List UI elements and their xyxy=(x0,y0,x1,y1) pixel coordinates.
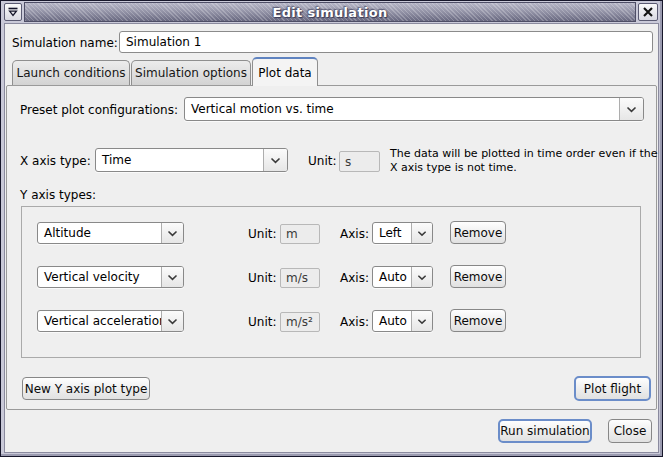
x-axis-unit-field: s xyxy=(339,151,380,172)
y-type-combobox[interactable]: Vertical acceleration xyxy=(37,310,184,332)
remove-button-label: Remove xyxy=(454,314,503,328)
window-menu-icon xyxy=(7,6,19,18)
combo-value: Vertical velocity xyxy=(38,267,161,287)
y-axis-types-label: Y axis types: xyxy=(20,188,96,202)
tab-label: Plot data xyxy=(258,66,311,80)
close-dialog-button-label: Close xyxy=(614,424,647,438)
tab-simulation-options[interactable]: Simulation options xyxy=(131,60,251,85)
close-dialog-button[interactable]: Close xyxy=(608,419,652,443)
chevron-down-icon xyxy=(619,98,643,120)
axis-side-label: Axis: xyxy=(340,227,369,241)
edit-simulation-dialog: Edit simulation Simulation name: Launch … xyxy=(0,0,663,457)
combo-value: Vertical motion vs. time xyxy=(185,98,619,120)
chevron-down-icon xyxy=(411,311,432,331)
y-unit-field: m xyxy=(280,224,320,244)
y-unit-label: Unit: xyxy=(248,315,276,329)
titlebar: Edit simulation xyxy=(24,2,636,22)
remove-button-label: Remove xyxy=(454,270,503,284)
plot-flight-button[interactable]: Plot flight xyxy=(574,376,651,401)
plot-flight-button-label: Plot flight xyxy=(584,382,641,396)
new-y-axis-button-label: New Y axis plot type xyxy=(25,382,148,396)
chevron-down-icon xyxy=(263,149,287,171)
simulation-name-input[interactable] xyxy=(119,31,653,53)
remove-button-label: Remove xyxy=(454,226,503,240)
close-icon xyxy=(642,6,654,18)
tab-label: Launch conditions xyxy=(16,66,125,80)
combo-value: Left xyxy=(373,223,411,243)
axis-side-label: Axis: xyxy=(340,271,369,285)
window-title: Edit simulation xyxy=(273,5,388,20)
combo-value: Vertical acceleration xyxy=(38,311,161,331)
chevron-down-icon xyxy=(411,223,432,243)
remove-button[interactable]: Remove xyxy=(450,221,506,244)
chevron-down-icon xyxy=(161,311,183,331)
x-axis-type-label: X axis type: xyxy=(20,154,91,168)
y-unit-field: m/s² xyxy=(280,312,320,332)
tab-plot-data[interactable]: Plot data xyxy=(252,57,318,86)
y-type-combobox[interactable]: Vertical velocity xyxy=(37,266,184,288)
remove-button[interactable]: Remove xyxy=(450,309,506,332)
axis-combobox[interactable]: Left xyxy=(372,222,433,244)
y-unit-label: Unit: xyxy=(248,271,276,285)
new-y-axis-button[interactable]: New Y axis plot type xyxy=(22,377,150,400)
y-type-combobox[interactable]: Altitude xyxy=(37,222,184,244)
combo-value: Altitude xyxy=(38,223,161,243)
remove-button[interactable]: Remove xyxy=(450,265,506,288)
window-menu-button[interactable] xyxy=(4,3,22,21)
x-axis-unit-label: Unit: xyxy=(308,154,336,168)
chevron-down-icon xyxy=(161,223,183,243)
chevron-down-icon xyxy=(161,267,183,287)
combo-value: Auto xyxy=(373,311,411,331)
run-simulation-button-label: Run simulation xyxy=(500,424,589,438)
chevron-down-icon xyxy=(411,267,432,287)
y-unit-label: Unit: xyxy=(248,227,276,241)
x-axis-type-combobox[interactable]: Time xyxy=(95,148,288,172)
combo-value: Time xyxy=(96,149,263,171)
axis-combobox[interactable]: Auto xyxy=(372,310,433,332)
run-simulation-button[interactable]: Run simulation xyxy=(498,419,592,443)
tab-launch-conditions[interactable]: Launch conditions xyxy=(12,60,130,85)
axis-combobox[interactable]: Auto xyxy=(372,266,433,288)
tab-label: Simulation options xyxy=(135,66,247,80)
axis-side-label: Axis: xyxy=(340,315,369,329)
combo-value: Auto xyxy=(373,267,411,287)
y-unit-field: m/s xyxy=(280,268,320,288)
preset-plot-combobox[interactable]: Vertical motion vs. time xyxy=(184,97,644,121)
preset-plot-label: Preset plot configurations: xyxy=(20,103,178,117)
x-axis-note: The data will be plotted in time order e… xyxy=(390,147,663,175)
close-button[interactable] xyxy=(638,3,658,21)
simulation-name-label: Simulation name: xyxy=(12,36,118,50)
